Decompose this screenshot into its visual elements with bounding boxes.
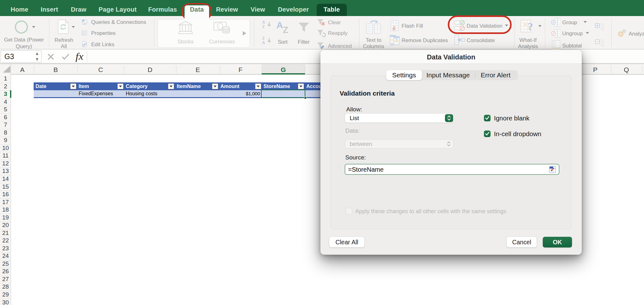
svg-text:?: ? [528, 21, 533, 32]
svg-text:A: A [262, 20, 265, 25]
svg-text:A: A [262, 41, 265, 45]
svg-text:Z: Z [262, 25, 264, 29]
svg-text:Z: Z [262, 36, 264, 41]
